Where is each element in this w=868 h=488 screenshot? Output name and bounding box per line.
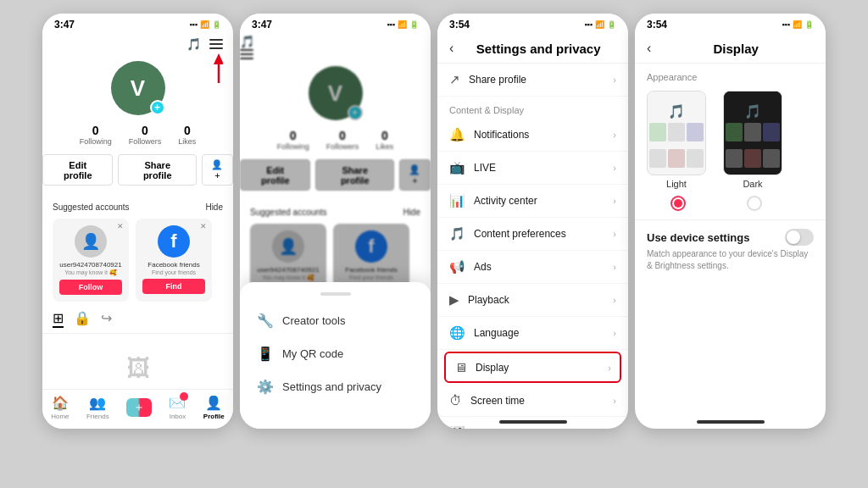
mock-tiktok-light: 🎵 [648, 102, 705, 121]
battery-icon-2: 🔋 [409, 20, 419, 29]
content-prefs-icon: 🎵 [449, 226, 465, 241]
profile-buttons: Edit profile Share profile 👤+ [42, 154, 233, 186]
device-settings-toggle[interactable] [785, 229, 814, 246]
stats-row-2-bg: 0 Following 0 Followers 0 Likes [277, 129, 394, 151]
fb-avatar: f [158, 225, 190, 258]
avatar-plus-2-bg: + [348, 105, 363, 120]
close-card-1[interactable]: ✕ [117, 222, 124, 230]
menu-item-settings[interactable]: ⚙️ Settings and privacy [240, 370, 431, 403]
add-friend-button[interactable]: 👤+ [202, 154, 233, 186]
followers-stat-2: 0 Followers [326, 129, 359, 151]
nav-create[interactable]: ＋ [126, 398, 152, 417]
light-theme-preview: 🎵 [647, 91, 706, 175]
back-arrow-4[interactable]: ‹ [647, 41, 651, 56]
likes-stat: 0 Likes [178, 124, 196, 146]
settings-item-activity[interactable]: 📊 Activity center › [437, 185, 628, 218]
light-theme-label: Light [666, 179, 687, 189]
following-stat: 0 Following [80, 124, 112, 146]
nav-inbox[interactable]: ✉️ Inbox [169, 395, 186, 420]
avatar-1: V + [111, 61, 165, 115]
display-header: ‹ Display [635, 34, 826, 64]
fb-avatar-2: f [355, 230, 387, 263]
battery-icon-4: 🔋 [804, 20, 814, 29]
grid-tab-icon[interactable]: ⊞ [53, 310, 64, 328]
nav-home[interactable]: 🏠 Home [51, 395, 69, 420]
mock-status-dark [724, 92, 782, 102]
status-bar-2: 3:47 ▪▪▪ 📶 🔋 [240, 14, 431, 34]
follow-button-1[interactable]: Follow [59, 280, 122, 295]
light-radio-inner [674, 199, 682, 208]
hamburger-menu-icon[interactable] [209, 39, 223, 49]
sugg-avatar-1: 👤 [75, 225, 107, 258]
light-radio-btn[interactable] [670, 196, 686, 211]
home-indicator-3 [499, 420, 567, 424]
chevron-display: › [608, 363, 611, 373]
nav-profile[interactable]: 👤 Profile [203, 395, 225, 420]
edit-profile-button[interactable]: Edit profile [42, 154, 113, 186]
display-title: Display [658, 42, 814, 56]
sugg-avatar-3: 👤 [272, 230, 304, 263]
theme-options: 🎵 Light [647, 91, 814, 189]
time-2: 3:47 [252, 19, 272, 30]
bookmark-tab-icon[interactable]: ↪ [101, 310, 112, 328]
battery-icon: 🔋 [212, 20, 221, 29]
menu-item-qr-code[interactable]: 📱 My QR code [240, 337, 431, 370]
settings-item-share-profile[interactable]: ↗ Share profile › [437, 64, 628, 97]
status-bar-1: 3:47 ▪▪▪ 📶 🔋 [42, 14, 233, 34]
stats-row-1: 0 Following 0 Followers 0 Likes [80, 124, 197, 146]
top-nav-2-bg: 🎵 [240, 34, 431, 59]
time-3: 3:54 [449, 19, 470, 30]
settings-header: ‹ Settings and privacy [437, 34, 628, 64]
heart-tab-icon[interactable]: 🔒 [74, 310, 91, 328]
friends-icon: 👥 [89, 395, 106, 411]
find-button-1[interactable]: Find [142, 279, 205, 294]
phone-screen-3: 3:54 ▪▪▪ 📶 🔋 ‹ Settings and privacy ↗ Sh… [437, 14, 628, 429]
settings-item-live[interactable]: 📺 LIVE › [437, 152, 628, 185]
status-icons-4: ▪▪▪ 📶 🔋 [782, 20, 814, 29]
gallery-empty-icon: 🖼 [126, 354, 150, 382]
family-icon: 👪 [449, 425, 465, 429]
chevron-ads: › [613, 262, 616, 272]
wifi-icon-2: 📶 [398, 20, 407, 29]
device-settings-sub: Match appearance to your device's Displa… [647, 248, 814, 272]
settings-item-display[interactable]: 🖥 Display › [444, 352, 621, 383]
home-icon: 🏠 [52, 395, 69, 411]
time-1: 3:47 [54, 19, 75, 30]
nav-friends[interactable]: 👥 Friends [86, 395, 109, 420]
activity-icon: 📊 [449, 193, 465, 208]
share-profile-button[interactable]: Share profile [118, 154, 197, 186]
dark-theme-label: Dark [743, 179, 762, 189]
qr-code-icon: 📱 [257, 346, 274, 362]
light-theme-card[interactable]: 🎵 Light [647, 91, 706, 189]
screenshots-container: 3:47 ▪▪▪ 📶 🔋 🎵 V + [0, 0, 868, 488]
dark-theme-card[interactable]: 🎵 Dark [723, 91, 782, 189]
inbox-icon: ✉️ [169, 395, 186, 411]
avatar-plus-btn[interactable]: + [150, 100, 165, 115]
settings-item-notifications[interactable]: 🔔 Notifications › [437, 119, 628, 152]
settings-item-screentime[interactable]: ⏱ Screen time › [437, 385, 628, 417]
settings-title: Settings and privacy [460, 42, 616, 56]
audio-icon[interactable]: 🎵 [186, 37, 201, 51]
settings-item-ads[interactable]: 📢 Ads › [437, 251, 628, 284]
bottom-nav-1: 🏠 Home 👥 Friends ＋ ✉️ Inbox 👤 Profile [42, 389, 233, 429]
signal-icon: ▪▪▪ [189, 20, 198, 29]
phone-screen-4: 3:54 ▪▪▪ 📶 🔋 ‹ Display Appearance 🎵 [635, 14, 826, 429]
hamburger-2-bg [240, 49, 431, 59]
hide-button[interactable]: Hide [205, 202, 223, 212]
mock-grid-dark [724, 121, 782, 175]
settings-item-playback[interactable]: ▶ Playback › [437, 284, 628, 317]
close-card-2[interactable]: ✕ [200, 222, 207, 230]
likes-stat-2: 0 Likes [376, 129, 393, 151]
status-icons-2: ▪▪▪ 📶 🔋 [387, 20, 419, 29]
device-settings-row: Use device settings Match appearance to … [635, 219, 826, 280]
settings-item-language[interactable]: 🌐 Language › [437, 317, 628, 350]
dark-radio-btn[interactable] [747, 196, 762, 211]
settings-item-content-prefs[interactable]: 🎵 Content preferences › [437, 218, 628, 251]
menu-item-creator-tools[interactable]: 🔧 Creator tools [240, 304, 431, 337]
tab-icons-1: ⊞ 🔒 ↪ [42, 305, 233, 334]
add-friend-button-2: 👤+ [399, 159, 431, 191]
time-4: 3:54 [647, 19, 667, 30]
back-arrow-3[interactable]: ‹ [449, 41, 453, 56]
chevron-share: › [613, 75, 616, 85]
chevron-screentime: › [613, 396, 616, 406]
